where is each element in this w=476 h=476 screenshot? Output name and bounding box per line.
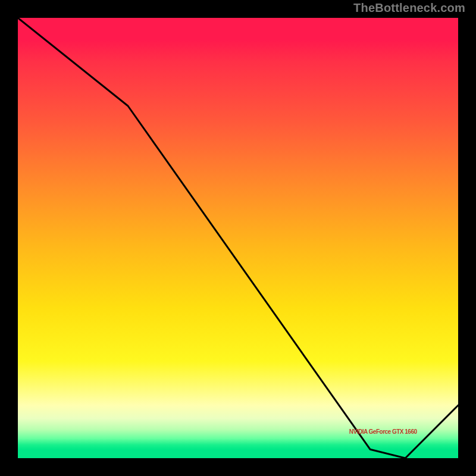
attribution-text: TheBottleneck.com — [353, 1, 465, 15]
chart-frame: TheBottleneck.com NVIDIA GeForce GTX 166… — [0, 0, 476, 476]
optimum-annotation: NVIDIA GeForce GTX 1660 — [349, 428, 417, 435]
plot-area: NVIDIA GeForce GTX 1660 — [18, 18, 458, 458]
gradient-background — [18, 18, 458, 458]
